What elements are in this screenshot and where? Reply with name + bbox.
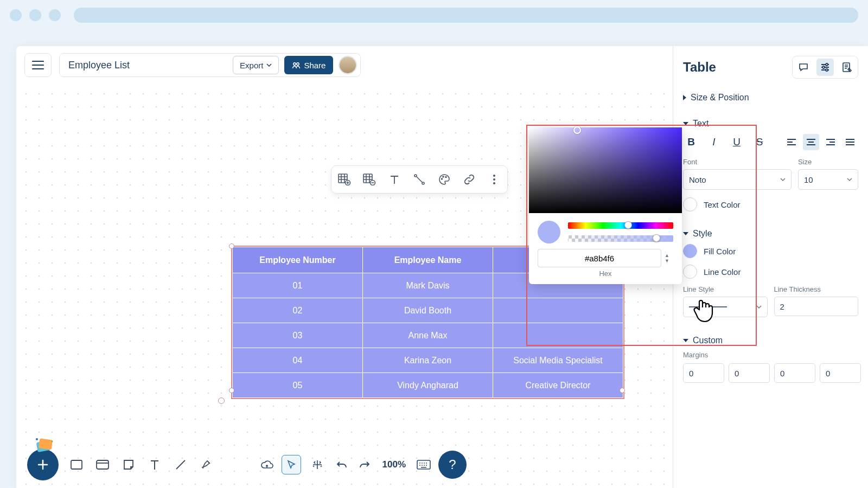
add-row-col-icon[interactable] [337, 172, 352, 187]
section-style[interactable]: Style [683, 229, 858, 239]
alpha-slider[interactable] [568, 235, 673, 242]
line-color-row[interactable]: Line Color [683, 265, 858, 279]
table-row[interactable]: 05Vindy AngharadCreative Director [233, 373, 623, 398]
resize-handle-bl[interactable] [229, 388, 234, 393]
menu-button[interactable] [24, 53, 52, 77]
undo-icon[interactable] [334, 457, 350, 473]
align-right-icon[interactable] [822, 134, 839, 150]
margin-input-4[interactable] [820, 363, 861, 383]
svg-point-12 [493, 178, 495, 181]
link-icon[interactable] [462, 172, 477, 187]
add-shape-button[interactable] [27, 449, 59, 480]
header-emp-number[interactable]: Employee Number [233, 247, 363, 273]
line-tool-icon[interactable] [173, 457, 189, 473]
address-bar[interactable] [74, 8, 858, 23]
caret-right-icon [683, 95, 686, 100]
saturation-area[interactable] [529, 127, 682, 213]
title-group: Employee List Export Share [59, 53, 361, 77]
color-picker-popup: ▲▼ Hex [529, 127, 682, 284]
section-custom[interactable]: Custom [683, 336, 858, 345]
export-button[interactable]: Export [233, 56, 279, 74]
font-label: Font [683, 158, 792, 166]
resize-handle-br[interactable] [620, 388, 625, 393]
table-row[interactable]: 03Anne Max [233, 323, 623, 348]
align-center-icon[interactable] [803, 134, 819, 150]
text-tool-icon[interactable] [387, 172, 402, 187]
rotate-handle[interactable] [218, 397, 225, 404]
margin-input-3[interactable] [774, 363, 815, 383]
chrome-dot [49, 9, 61, 21]
strike-button[interactable]: S [751, 134, 768, 150]
notes-tab-icon[interactable] [838, 59, 856, 76]
export-label: Export [240, 61, 263, 70]
rectangle-tool-icon[interactable] [68, 457, 85, 473]
hue-slider[interactable] [568, 222, 673, 229]
table-toolbar [331, 165, 508, 194]
fill-color-row[interactable]: Fill Color [683, 244, 858, 258]
zoom-level[interactable]: 100% [379, 459, 409, 470]
caret-down-icon [683, 232, 688, 235]
text-color-swatch [683, 197, 697, 211]
line-style-select[interactable] [683, 297, 768, 317]
size-select[interactable]: 10 [798, 169, 858, 190]
svg-point-16 [36, 438, 38, 440]
line-thickness-label: Line Thickness [774, 285, 859, 293]
properties-tab-icon[interactable] [816, 59, 834, 76]
saturation-handle[interactable] [573, 126, 581, 134]
line-thickness-input[interactable] [774, 297, 859, 316]
chrome-dot [10, 9, 22, 21]
hex-stepper[interactable]: ▲▼ [665, 253, 673, 264]
section-size-position[interactable]: Size & Position [683, 93, 858, 102]
table-row[interactable]: 02David Booth [233, 298, 623, 323]
comments-tab-icon[interactable] [795, 59, 812, 76]
note-tool-icon[interactable] [120, 457, 137, 473]
text-color-row[interactable]: Text Color [683, 197, 858, 211]
connector-icon[interactable] [412, 172, 427, 187]
remove-row-col-icon[interactable] [362, 172, 377, 187]
hue-handle[interactable] [624, 221, 632, 229]
align-justify-icon[interactable] [842, 134, 858, 150]
table-row[interactable]: 04Karina ZeonSocial Media Specialist [233, 348, 623, 373]
share-label: Share [304, 61, 326, 70]
resize-handle-tl[interactable] [229, 243, 234, 249]
pan-mode-icon[interactable] [308, 455, 327, 474]
text-tool-bottom-icon[interactable] [146, 457, 163, 473]
italic-button[interactable]: I [706, 134, 722, 150]
svg-point-8 [442, 178, 443, 179]
document-title[interactable]: Employee List [68, 60, 130, 71]
share-button[interactable]: Share [284, 56, 333, 74]
redo-icon[interactable] [356, 457, 373, 473]
hex-label: Hex [529, 269, 682, 278]
underline-button[interactable]: U [729, 134, 745, 150]
more-icon[interactable] [487, 172, 502, 187]
chrome-dot [29, 9, 41, 21]
svg-point-10 [445, 177, 446, 178]
alpha-handle[interactable] [653, 234, 660, 242]
margin-input-1[interactable] [683, 363, 724, 383]
app-container: Employee List Export Share [16, 46, 868, 488]
font-select[interactable]: Noto [683, 169, 792, 190]
fill-color-swatch [683, 244, 697, 258]
line-style-label: Line Style [683, 285, 768, 293]
palette-icon[interactable] [437, 172, 452, 187]
margin-input-2[interactable] [729, 363, 770, 383]
section-text[interactable]: Text [683, 119, 858, 129]
line-color-swatch [683, 265, 697, 279]
bold-button[interactable]: B [683, 134, 699, 150]
align-left-icon[interactable] [783, 134, 800, 150]
browser-chrome [0, 0, 868, 30]
select-mode-icon[interactable] [282, 455, 301, 474]
svg-point-6 [414, 175, 417, 177]
svg-point-1 [297, 63, 299, 65]
user-avatar[interactable] [339, 56, 357, 74]
hex-input[interactable] [538, 249, 661, 267]
header-emp-name[interactable]: Employee Name [363, 247, 493, 273]
svg-point-13 [493, 182, 495, 184]
svg-point-17 [52, 441, 53, 442]
keyboard-icon[interactable] [416, 457, 432, 473]
properties-sidebar: Table Size & Position Text B I U S [673, 46, 868, 488]
cloud-sync-icon[interactable] [259, 457, 275, 473]
card-tool-icon[interactable] [94, 457, 111, 473]
pen-tool-icon[interactable] [199, 457, 215, 473]
help-button[interactable]: ? [438, 451, 467, 479]
